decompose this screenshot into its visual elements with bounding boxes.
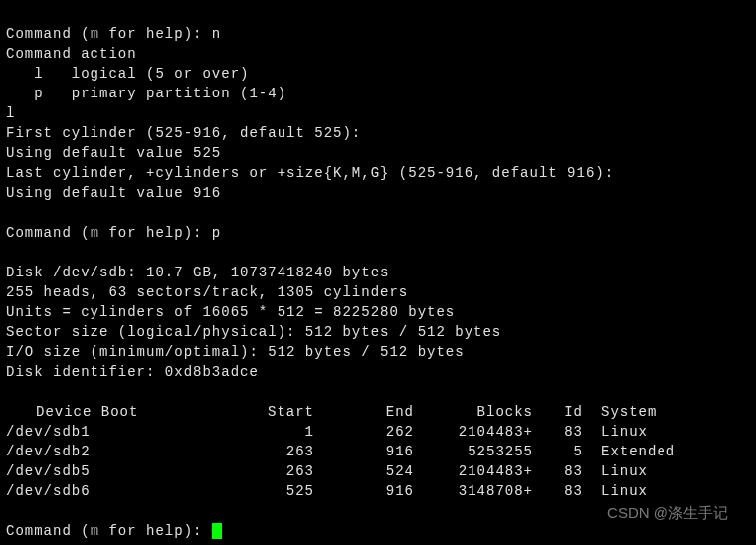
- watermark: CSDN @涤生手记: [607, 503, 728, 523]
- line: Command (m for help): n: [6, 26, 221, 42]
- line: p primary partition (1-4): [6, 86, 286, 101]
- line: I/O size (minimum/optimal): 512 bytes / …: [6, 344, 465, 360]
- partition-table: Device Boot Start End Blocks Id System /…: [6, 402, 675, 501]
- col-device: Device Boot: [6, 402, 225, 422]
- prompt-line[interactable]: Command (m for help):: [6, 523, 222, 539]
- line: Last cylinder, +cylinders or +size{K,M,G…: [6, 165, 614, 181]
- line: Disk /dev/sdb: 10.7 GB, 10737418240 byte…: [6, 265, 389, 280]
- line: l: [6, 105, 15, 121]
- table-row: /dev/sdb1 1 262 2104483+ 83 Linux: [6, 422, 675, 442]
- table-row: /dev/sdb6 525 916 3148708+ 83 Linux: [6, 481, 675, 501]
- cursor-icon: [212, 523, 222, 539]
- col-system: System: [583, 402, 675, 422]
- table-row: /dev/sdb2 263 916 5253255 5 Extended: [6, 442, 675, 461]
- line: Using default value 916: [6, 185, 221, 201]
- table-row: /dev/sdb5 263 524 2104483+ 83 Linux: [6, 461, 675, 481]
- line: 255 heads, 63 sectors/track, 1305 cylind…: [6, 284, 408, 300]
- line: Sector size (logical/physical): 512 byte…: [6, 324, 501, 340]
- col-blocks: Blocks: [414, 402, 533, 422]
- terminal-screen[interactable]: Command (m for help): n Command action l…: [0, 0, 756, 541]
- line: Command action: [6, 46, 137, 62]
- line: Disk identifier: 0xd8b3adce: [6, 364, 259, 380]
- table-header-row: Device Boot Start End Blocks Id System: [6, 402, 675, 422]
- line: Units = cylinders of 16065 * 512 = 82252…: [6, 304, 455, 320]
- line: Using default value 525: [6, 145, 221, 161]
- col-id: Id: [533, 402, 583, 422]
- line: l logical (5 or over): [6, 66, 249, 82]
- col-end: End: [314, 402, 414, 422]
- line: First cylinder (525-916, default 525):: [6, 125, 361, 141]
- col-start: Start: [225, 402, 314, 422]
- line: Command (m for help): p: [6, 225, 221, 241]
